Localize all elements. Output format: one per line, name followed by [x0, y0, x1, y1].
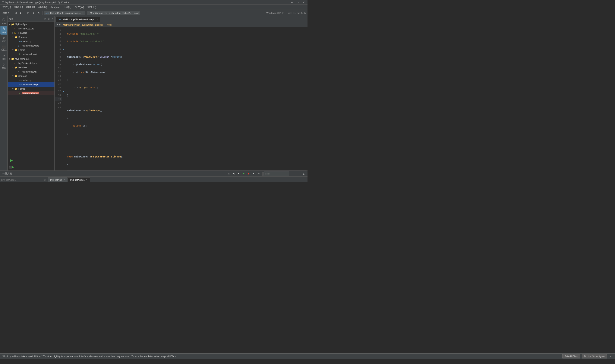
sidebar-item-design[interactable]: ◈ 设计 [0, 35, 7, 43]
tree-label: Sources [18, 75, 27, 77]
output-tabs: MyFirstApp ✕ MyFirstApp01 ✕ [47, 177, 308, 182]
tree-item-main-cpp2[interactable]: c++ main.cpp [8, 78, 54, 82]
filter-remove-button[interactable]: − [295, 172, 299, 175]
tree-arrow: ▼ [12, 88, 14, 90]
project-panel-close-icon[interactable]: ✕ [51, 17, 53, 20]
split-button[interactable]: ⊞ [31, 11, 36, 15]
tree-item-main-cpp1[interactable]: c++ main.cpp [8, 39, 54, 43]
tree-item-forms1[interactable]: ▼ 📂 Forms [8, 48, 54, 52]
tab-myfirstapp[interactable]: MyFirstApp ✕ [48, 177, 67, 182]
tree-item-mainwindow-ui2[interactable]: ui mainwindow.ui [8, 91, 54, 95]
menu-item-widgets[interactable]: 控件(W) [73, 5, 86, 9]
main-layout: ⬡ 欢迎 ✎ 编辑 ◈ 设计 ⬛ Debug ⚙ 项目 ? 帮助 项目 ⚙ ⊞ [0, 16, 308, 170]
gutter-arrows: ▼ ▼ [62, 27, 65, 170]
open-docs-header: MyFirstApp01 ⊞ [0, 177, 47, 182]
maximize-button[interactable]: □ [295, 1, 300, 4]
filter-add-button[interactable]: + [290, 172, 294, 175]
close-editor-button[interactable]: ✕ [37, 11, 41, 15]
panel-expand-icon[interactable]: ⊞ [44, 179, 45, 181]
output-run-button[interactable]: ▶ [241, 172, 246, 175]
menu-item-build[interactable]: 构建(B) [25, 5, 37, 9]
cpp-file-icon: c++ [58, 18, 62, 21]
welcome-icon: ⬡ [2, 18, 5, 22]
menu-item-debug[interactable]: 调试(D) [37, 5, 49, 9]
output-next-button[interactable]: ▶ [236, 172, 241, 175]
tree-item-headers1[interactable]: ▶ ▶ Headers [8, 31, 54, 35]
function-breadcrumb-tab[interactable]: f MainWindow::on_pushButton_clicked() → … [87, 11, 140, 15]
tree-item-headers2[interactable]: ▼ 📂 Headers [8, 65, 54, 70]
sidebar-item-project[interactable]: ⚙ 项目 [0, 53, 7, 62]
tree-label: Headers [18, 32, 27, 34]
bookmark-button[interactable]: ⚐ [26, 11, 30, 15]
tree-item-mainwindow-cpp1[interactable]: c++ mainwindow.cpp [8, 43, 54, 48]
project-panel-add-icon[interactable]: ⊞ [48, 17, 50, 20]
panel-collapse-button[interactable]: ▲ [301, 172, 306, 175]
toolbar-file-tab[interactable]: c++ MyFirstApp01/mainwindow••• ✕ [44, 11, 85, 15]
tree-label: mainwindow.h [22, 70, 37, 73]
tree-item-mainwindow-h[interactable]: h mainwindow.h [8, 70, 54, 74]
toolbar-separator [12, 11, 12, 15]
folder-icon: 📂 [14, 88, 18, 90]
nav-prev-icon[interactable]: ◀ [56, 23, 58, 26]
back-button[interactable]: ◀ [13, 11, 18, 15]
menu-item-analyze[interactable]: Analyze [49, 5, 61, 9]
debug-label: Debug [1, 49, 7, 51]
tree-item-sources2[interactable]: ▼ 📂 Sources [8, 74, 54, 78]
expand-icon[interactable]: ⊞ [304, 12, 306, 14]
menu-item-help[interactable]: 帮助(H) [86, 5, 98, 9]
output-controls: ⚙ ◀ ▶ ▶ ■ ⚑ ⚙ + − [228, 171, 299, 176]
menu-bar: 文件(F) 编辑(E) 构建(B) 调试(D) Analyze 工具(T) 控件… [0, 5, 308, 10]
code-content[interactable]: #include "mainwindow.h" #include "ui_mai… [65, 27, 308, 170]
help-icon: ? [3, 63, 5, 66]
folder-icon: ▶ [14, 32, 18, 34]
project-dropdown[interactable]: 项目 ▼ [1, 11, 11, 15]
tab-label: MyFirstApp01 [70, 179, 85, 181]
title-text: MyFirstApp01/mainwindow.cpp @ MyFirstApp… [5, 1, 69, 4]
tree-item-sources1[interactable]: ▼ 📂 Sources [8, 35, 54, 39]
code-editor[interactable]: 1 2 3 4 5 6 7 8 9 10 11 12 13 14 15 16 1… [55, 27, 308, 170]
tab-close-icon[interactable]: ✕ [63, 179, 65, 181]
sidebar-item-debug[interactable]: ⬛ Debug [0, 44, 7, 52]
project-panel-filter-icon[interactable]: ⚙ [44, 17, 46, 20]
tree-item-mainwindow-ui1[interactable]: ui mainwindow.ui [8, 52, 54, 56]
tree-item-forms2[interactable]: ▼ 📂 Forms [8, 87, 54, 91]
tab-myfirstapp01[interactable]: MyFirstApp01 ✕ [68, 177, 90, 182]
tree-item-myfirstapp[interactable]: ▼ 📁 MyFirstApp [8, 22, 54, 26]
tree-item-myfirstapp-pro[interactable]: ▪ MyFirstApp.pro [8, 26, 54, 31]
forward-button[interactable]: ▶ [19, 11, 23, 15]
close-button[interactable]: ✕ [302, 1, 306, 4]
output-settings2-button[interactable]: ⚙ [257, 172, 262, 175]
position-label: Line: 19, Col: 5 [287, 12, 303, 14]
output-debug-button[interactable]: ⚑ [251, 172, 256, 175]
folder-icon: 📂 [14, 66, 18, 69]
output-stop-button[interactable]: ■ [247, 172, 251, 175]
bottom-content-row: MyFirstApp01 ⊞ • MyFirstApp/main.cpp • M… [0, 177, 308, 182]
sidebar-item-welcome[interactable]: ⬡ 欢迎 [0, 17, 7, 26]
tree-item-myfirstapp01-pro[interactable]: ▪ MyFirstApp01.pro [8, 61, 54, 65]
tree-arrow: ▼ [12, 36, 14, 38]
nav-next-icon[interactable]: ▶ [59, 23, 61, 26]
tree-item-myfirstapp01[interactable]: ▼ 📁 MyFirstApp01 [8, 57, 54, 61]
toolbar-tab-close[interactable]: ✕ [81, 12, 83, 14]
output-settings-icon[interactable]: ⚙ [228, 172, 230, 175]
tab-close-icon[interactable]: ✕ [86, 179, 88, 181]
tree-label: Forms [18, 88, 25, 90]
sidebar-item-edit[interactable]: ✎ 编辑 [0, 26, 7, 35]
filter-input[interactable] [264, 171, 289, 176]
ui-file-icon: ui [18, 53, 21, 55]
minimize-button[interactable]: ─ [290, 1, 294, 4]
menu-item-tools[interactable]: 工具(T) [61, 5, 73, 9]
tree-label: Forms [18, 49, 25, 51]
sidebar-item-help[interactable]: ? 帮助 [0, 62, 7, 70]
tab-close-icon[interactable]: ✕ [96, 18, 98, 21]
project-icon: ⚙ [2, 54, 5, 57]
menu-item-edit[interactable]: 编辑(E) [13, 5, 25, 9]
tree-item-mainwindow-cpp2[interactable]: c++ mainwindow.cpp [8, 82, 54, 87]
menu-item-file[interactable]: 文件(F) [1, 5, 13, 9]
tree-arrow: ▼ [9, 58, 11, 60]
tree-arrow: ▼ [12, 75, 14, 77]
bottom-toolbar: 打开文档 ⚙ ◀ ▶ ▶ ■ ⚑ ⚙ + − ▲ [0, 171, 308, 177]
output-prev-button[interactable]: ◀ [231, 172, 236, 175]
open-docs-label: 打开文档 [1, 171, 13, 176]
editor-tab-mainwindow[interactable]: c++ MyFirstApp01/mainwindow.cpp ✕ [55, 17, 100, 22]
